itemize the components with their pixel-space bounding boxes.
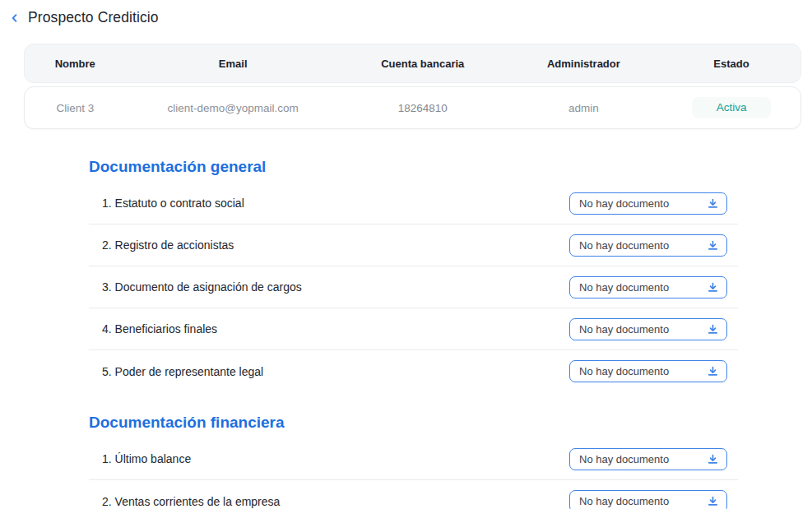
document-status-button[interactable]: No hay documento [569, 276, 727, 298]
download-icon [707, 453, 719, 465]
download-icon [707, 197, 719, 210]
client-summary-table: Nombre Email Cuenta bancaria Administrad… [24, 44, 801, 129]
cell-nombre: Client 3 [25, 102, 126, 114]
document-row: 2. Registro de accionistasNo hay documen… [89, 224, 738, 266]
doc-section: Documentación financiera1. Último balanc… [89, 413, 738, 509]
document-row: 3. Documento de asignación de cargosNo h… [89, 266, 738, 308]
download-icon [707, 365, 719, 377]
column-header-email: Email [126, 58, 341, 70]
document-row: 1. Último balanceNo hay documento [89, 438, 738, 480]
document-label: 2. Ventas corrientes de la empresa [102, 495, 280, 508]
status-badge: Activa [692, 97, 771, 118]
cell-email: client-demo@yopmail.com [126, 102, 341, 114]
document-status-button[interactable]: No hay documento [569, 318, 727, 340]
column-header-administrador: Administrador [505, 58, 662, 70]
document-status-button[interactable]: No hay documento [569, 448, 727, 470]
client-table-row: Client 3 client-demo@yopmail.com 1826481… [24, 86, 801, 129]
document-status-button[interactable]: No hay documento [569, 234, 727, 257]
document-label: 5. Poder de representante legal [102, 365, 263, 378]
document-label: 3. Documento de asignación de cargos [102, 280, 302, 294]
download-icon [707, 323, 719, 335]
documentation-sections: Documentación general1. Estatuto o contr… [89, 157, 738, 509]
download-icon [707, 239, 719, 252]
cell-estado: Activa [662, 97, 800, 118]
document-label: 4. Beneficiarios finales [102, 322, 217, 335]
document-row: 2. Ventas corrientes de la empresaNo hay… [89, 480, 738, 509]
page-title: Prospecto Crediticio [28, 9, 159, 26]
document-status-label: No hay documento [579, 495, 669, 507]
document-row: 4. Beneficiarios finalesNo hay documento [89, 308, 738, 350]
document-row: 5. Poder de representante legalNo hay do… [89, 350, 738, 392]
section-title: Documentación general [89, 157, 738, 176]
document-status-button[interactable]: No hay documento [569, 490, 727, 509]
column-header-nombre: Nombre [25, 58, 126, 70]
column-header-cuenta-bancaria: Cuenta bancaria [341, 58, 505, 70]
document-row: 1. Estatuto o contrato socialNo hay docu… [89, 183, 738, 224]
cell-administrador: admin [505, 102, 662, 114]
cell-cuenta-bancaria: 18264810 [341, 102, 505, 114]
doc-section: Documentación general1. Estatuto o contr… [89, 157, 738, 392]
document-list: 1. Estatuto o contrato socialNo hay docu… [89, 183, 738, 392]
document-status-button[interactable]: No hay documento [569, 360, 727, 382]
document-label: 1. Último balance [102, 452, 191, 465]
chevron-left-icon[interactable] [8, 10, 21, 26]
page-header: Prospecto Crediticio [0, 0, 812, 26]
document-status-label: No hay documento [579, 365, 669, 377]
document-list: 1. Último balanceNo hay documento 2. Ven… [89, 438, 738, 509]
document-status-label: No hay documento [579, 281, 669, 294]
document-label: 1. Estatuto o contrato social [102, 197, 244, 210]
document-status-label: No hay documento [579, 323, 669, 335]
document-status-label: No hay documento [579, 239, 669, 252]
download-icon [707, 495, 719, 507]
document-status-label: No hay documento [579, 197, 669, 210]
download-icon [707, 281, 719, 294]
section-title: Documentación financiera [89, 413, 738, 432]
document-label: 2. Registro de accionistas [102, 238, 234, 252]
document-status-label: No hay documento [579, 453, 669, 465]
document-status-button[interactable]: No hay documento [569, 192, 727, 215]
column-header-estado: Estado [662, 58, 800, 70]
table-header-row: Nombre Email Cuenta bancaria Administrad… [24, 44, 801, 83]
